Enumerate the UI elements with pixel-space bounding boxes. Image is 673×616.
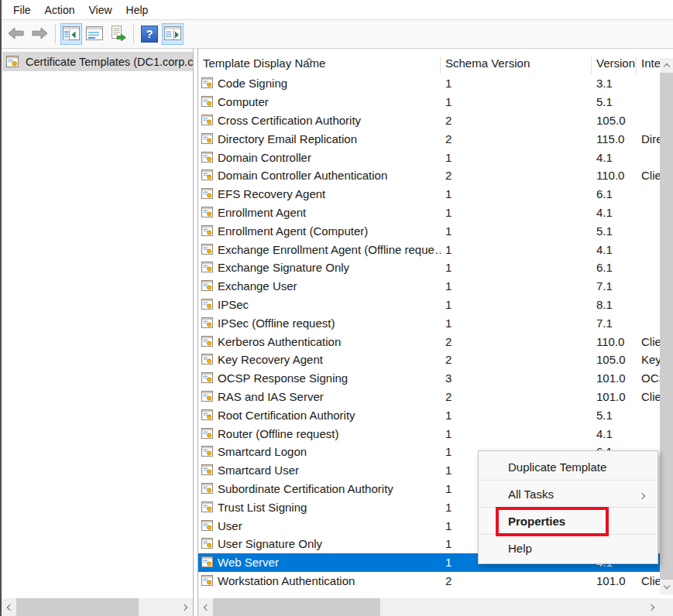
intended-purposes-value: Clie [637,574,660,587]
menu-help[interactable]: Help [119,2,156,19]
template-name: Domain Controller [218,151,311,164]
forward-button[interactable] [29,23,50,45]
version-value: 6.1 [592,187,637,200]
table-row[interactable]: Code Signing 1 3.1 [198,74,660,93]
scrollbar-thumb[interactable] [213,598,380,616]
table-row[interactable]: IPSec (Offline request) 1 7.1 [198,313,660,332]
template-name: IPSec [218,298,249,311]
certificate-template-icon [201,152,213,163]
menu-item-label: All Tasks [508,488,554,501]
version-value: 6.1 [592,261,637,274]
menu-file[interactable]: File [6,2,38,19]
template-name: Exchange Enrollment Agent (Offline reque… [218,243,441,256]
schema-version-value: 1 [441,95,592,108]
version-value: 105.0 [592,353,637,366]
table-row[interactable]: Router (Offline request) 1 4.1 [198,424,660,443]
tree-item-certificate-templates[interactable]: Certificate Templates (DC1.corp.co [2,52,193,71]
intended-purposes-value: Clie [637,335,660,348]
version-value: 101.0 [592,390,637,403]
scroll-left-arrow-icon[interactable] [198,598,213,616]
version-value: 7.1 [592,317,637,330]
table-row[interactable]: Enrollment Agent 1 4.1 [198,204,660,222]
table-row[interactable]: Domain Controller Authentication 2 110.0… [198,166,660,185]
column-header-template-display-name[interactable]: Template Display Name [198,56,441,74]
column-header-schema-version[interactable]: Schema Version [441,56,592,74]
table-row[interactable]: Enrollment Agent (Computer) 1 5.1 [198,221,660,240]
left-pane-horizontal-scrollbar[interactable] [2,598,193,616]
template-name: Directory Email Replication [218,132,357,145]
version-value: 115.0 [592,132,637,145]
certificate-template-icon [201,262,213,273]
version-value: 110.0 [592,335,637,348]
version-value: 4.1 [592,206,637,219]
schema-version-value: 1 [441,261,592,274]
scrollbar-corner [660,598,673,616]
template-name: OCSP Response Signing [218,371,348,385]
certificate-template-icon [201,115,213,126]
menu-action[interactable]: Action [38,2,82,19]
table-row[interactable]: Domain Controller 1 4.1 [198,148,660,166]
column-header-version[interactable]: Version [592,56,637,74]
template-name: Smartcard Logon [218,445,307,458]
scroll-right-arrow-icon[interactable] [178,598,193,616]
menu-item-duplicate-template[interactable]: Duplicate Template [479,454,658,479]
certificate-template-icon [201,317,213,329]
template-name: Root Certification Authority [218,409,355,422]
certificate-template-icon [201,409,213,421]
scrollbar-thumb[interactable] [660,73,673,580]
intended-purposes-value: Clie [637,390,660,403]
table-row[interactable]: Key Recovery Agent 2 105.0 Key [198,351,660,369]
export-list-button[interactable] [107,23,129,45]
table-row[interactable]: EFS Recovery Agent 1 6.1 [198,185,660,204]
submenu-arrow-icon [640,488,647,501]
context-menu: Duplicate Template All Tasks Properties … [478,450,658,564]
table-row[interactable]: Cross Certification Authority 2 105.0 [198,111,660,130]
version-value: 5.1 [592,95,637,108]
menu-view[interactable]: View [81,2,118,19]
scroll-down-arrow-icon[interactable] [660,580,673,594]
template-name: Exchange User [218,279,297,293]
scroll-left-arrow-icon[interactable] [2,598,16,616]
table-row[interactable]: Exchange Enrollment Agent (Offline reque… [198,240,660,258]
table-row[interactable]: Kerberos Authentication 2 110.0 Clie [198,332,660,351]
table-row[interactable]: IPSec 1 8.1 [198,296,660,314]
scroll-right-arrow-icon[interactable] [645,598,660,616]
table-row[interactable]: Computer 1 5.1 [198,93,660,111]
table-row[interactable]: Root Certification Authority 1 5.1 [198,406,660,424]
column-header-intended-purposes[interactable]: Inte [637,56,660,74]
template-name: Key Recovery Agent [218,353,323,366]
menu-item-properties[interactable]: Properties [479,508,658,533]
certificate-template-icon [201,169,213,181]
menu-item-help[interactable]: Help [479,536,658,560]
template-name: Code Signing [218,77,287,90]
properties-toolbar-button[interactable] [84,23,105,45]
show-console-tree-button[interactable] [60,23,82,45]
schema-version-value: 1 [441,151,592,164]
scrollbar-thumb[interactable] [16,598,139,616]
back-button[interactable] [5,23,27,45]
certificate-template-icon [201,428,213,440]
console-tree-pane: Certificate Templates (DC1.corp.co [2,49,193,616]
table-row[interactable]: RAS and IAS Server 2 101.0 Clie [198,388,660,406]
menu-item-all-tasks[interactable]: All Tasks [479,481,658,506]
scroll-up-arrow-icon[interactable] [660,58,673,73]
list-vertical-scrollbar[interactable] [660,58,673,594]
version-value: 3.1 [592,77,637,90]
intended-purposes-value: Dire [637,132,660,145]
table-row[interactable]: Directory Email Replication 2 115.0 Dire [198,129,660,148]
menu-separator [480,534,656,535]
table-row[interactable]: Exchange User 1 7.1 [198,277,660,296]
version-value: 101.0 [592,574,637,587]
list-horizontal-scrollbar[interactable] [198,598,660,616]
certificate-template-icon [201,77,213,89]
table-row[interactable]: OCSP Response Signing 3 101.0 OCS [198,369,660,388]
template-name: Kerberos Authentication [218,335,341,348]
pane-splitter[interactable] [193,49,198,616]
schema-version-value: 2 [441,132,592,145]
schema-version-value: 1 [441,317,592,330]
toolbar-separator [55,25,56,43]
table-row[interactable]: Workstation Authentication 2 101.0 Clie [198,572,660,590]
show-action-pane-button[interactable] [162,23,184,45]
table-row[interactable]: Exchange Signature Only 1 6.1 [198,258,660,277]
help-button[interactable]: ? [139,23,160,45]
